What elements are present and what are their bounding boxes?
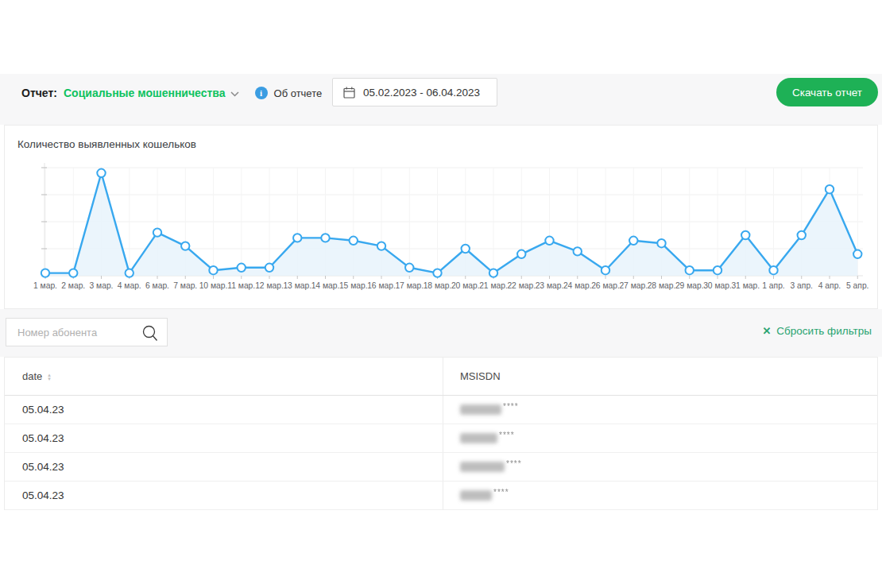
table-row: 05.04.23**** xyxy=(5,424,877,453)
msisdn-mask-stars: **** xyxy=(503,402,519,411)
sort-icon[interactable]: ▴ ▾ xyxy=(48,373,51,381)
chevron-down-icon xyxy=(230,91,239,97)
msisdn-cell: **** xyxy=(443,482,877,509)
msisdn-mask-stars: **** xyxy=(493,488,509,497)
filter-bar: ✕ Сбросить фильтры xyxy=(0,309,882,357)
date-cell: 05.04.23 xyxy=(5,482,443,509)
svg-text:22 мар.: 22 мар. xyxy=(507,281,536,290)
results-table: date ▴ ▾ MSISDN 05.04.23****05.04.23****… xyxy=(4,357,878,510)
date-cell: 05.04.23 xyxy=(5,396,443,424)
search-box xyxy=(6,318,168,346)
svg-text:11 мар.: 11 мар. xyxy=(227,281,255,290)
svg-text:16 мар.: 16 мар. xyxy=(367,281,396,290)
svg-text:28 мар.: 28 мар. xyxy=(648,281,676,290)
column-header-msisdn: MSISDN xyxy=(443,358,877,395)
svg-text:31 мар.: 31 мар. xyxy=(731,281,760,290)
download-report-button[interactable]: Скачать отчет xyxy=(776,78,878,106)
msisdn-cell: **** xyxy=(443,396,877,424)
svg-text:18 мар.: 18 мар. xyxy=(424,281,452,290)
svg-text:1 апр.: 1 апр. xyxy=(762,281,784,290)
report-header-bar: Отчет: Социальные мошенничества i Об отч… xyxy=(0,74,882,125)
report-type-value: Социальные мошенничества xyxy=(64,87,226,99)
table-header: date ▴ ▾ MSISDN xyxy=(5,358,877,396)
svg-text:15 мар.: 15 мар. xyxy=(339,281,368,290)
svg-text:17 мар.: 17 мар. xyxy=(395,281,424,290)
msisdn-cell: **** xyxy=(443,453,877,481)
reset-filters-link[interactable]: ✕ Сбросить фильтры xyxy=(762,325,872,337)
table-body: 05.04.23****05.04.23****05.04.23****05.0… xyxy=(5,396,877,510)
date-range-value: 05.02.2023 - 06.04.2023 xyxy=(363,87,480,99)
masked-msisdn-blob xyxy=(460,404,501,415)
svg-text:30 мар.: 30 мар. xyxy=(703,281,732,290)
report-label: Отчет: xyxy=(21,87,57,99)
table-row: 05.04.23**** xyxy=(5,482,877,510)
msisdn-column-label: MSISDN xyxy=(460,370,501,382)
close-icon: ✕ xyxy=(762,325,771,337)
sort-desc-icon: ▾ xyxy=(48,377,51,381)
svg-text:2 мар.: 2 мар. xyxy=(61,281,85,290)
msisdn-mask-stars: **** xyxy=(506,459,522,468)
about-report-group: i Об отчете xyxy=(255,87,323,99)
svg-text:1 мар.: 1 мар. xyxy=(33,281,57,290)
msisdn-mask-stars: **** xyxy=(499,431,515,439)
report-select-group: Отчет: Социальные мошенничества i Об отч… xyxy=(21,83,322,103)
table-row: 05.04.23**** xyxy=(5,453,877,482)
svg-text:13 мар.: 13 мар. xyxy=(283,281,311,290)
svg-text:6 мар.: 6 мар. xyxy=(145,281,169,290)
search-input[interactable] xyxy=(6,319,141,346)
svg-text:21 мар.: 21 мар. xyxy=(479,281,508,290)
search-icon[interactable] xyxy=(141,324,159,342)
svg-text:29 мар.: 29 мар. xyxy=(675,281,704,290)
reset-filters-label: Сбросить фильтры xyxy=(776,325,872,337)
masked-msisdn-blob xyxy=(460,462,505,472)
date-cell: 05.04.23 xyxy=(5,453,443,481)
svg-text:20 мар.: 20 мар. xyxy=(451,281,480,290)
masked-msisdn-blob xyxy=(460,490,492,501)
report-type-dropdown[interactable]: Социальные мошенничества xyxy=(64,87,239,99)
wallets-line-chart: 1 мар.2 мар.3 мар.4 мар.6 мар.7 мар.10 м… xyxy=(5,126,877,308)
column-header-date[interactable]: date ▴ ▾ xyxy=(5,358,443,395)
svg-text:4 апр.: 4 апр. xyxy=(818,281,841,290)
date-cell: 05.04.23 xyxy=(5,424,443,452)
svg-text:3 апр.: 3 апр. xyxy=(791,281,813,290)
svg-text:4 мар.: 4 мар. xyxy=(118,281,141,290)
svg-text:27 мар.: 27 мар. xyxy=(619,281,648,290)
date-column-label: date xyxy=(22,370,42,382)
msisdn-cell: **** xyxy=(443,424,877,452)
svg-text:3 мар.: 3 мар. xyxy=(90,281,114,290)
table-row: 05.04.23**** xyxy=(5,396,877,424)
info-icon[interactable]: i xyxy=(255,87,268,99)
calendar-icon xyxy=(343,87,355,99)
report-page: Отчет: Социальные мошенничества i Об отч… xyxy=(0,0,882,588)
masked-msisdn-blob xyxy=(460,433,497,443)
svg-text:24 мар.: 24 мар. xyxy=(563,281,592,290)
date-range-picker[interactable]: 05.02.2023 - 06.04.2023 xyxy=(332,78,497,106)
svg-text:10 мар.: 10 мар. xyxy=(199,281,228,290)
about-report-link[interactable]: Об отчете xyxy=(274,87,323,99)
svg-text:14 мар.: 14 мар. xyxy=(311,281,340,290)
chart-panel: Количество выявленных кошельков 1 мар.2 … xyxy=(4,125,878,309)
svg-text:7 мар.: 7 мар. xyxy=(173,281,197,290)
svg-text:12 мар.: 12 мар. xyxy=(255,281,284,290)
svg-text:5 апр.: 5 апр. xyxy=(846,281,868,290)
svg-text:26 мар.: 26 мар. xyxy=(591,281,620,290)
svg-text:23 мар.: 23 мар. xyxy=(536,281,564,290)
